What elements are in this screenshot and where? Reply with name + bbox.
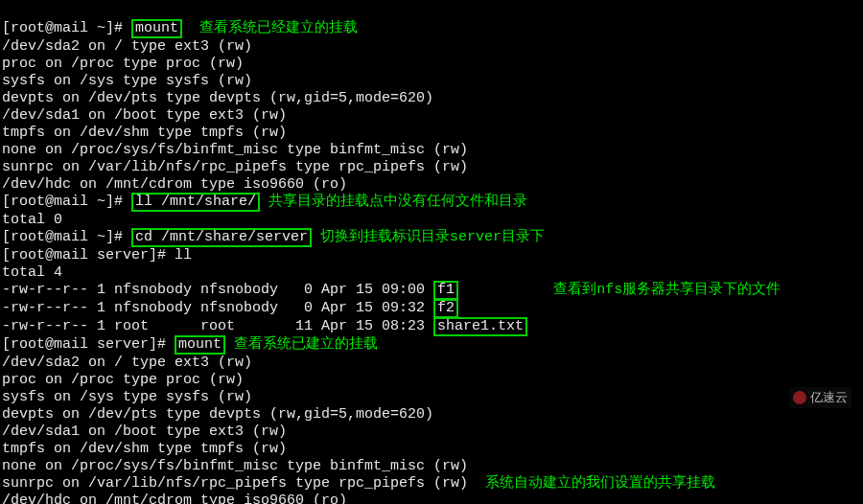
note-cd-server: 切换到挂载标识目录server目录下: [320, 229, 545, 245]
note-mount2: 查看系统已建立的挂载: [234, 336, 378, 353]
mount-line: devpts on /dev/pts type devpts (rw,gid=5…: [2, 406, 433, 423]
mount-line: none on /proc/sys/fs/binfmt_misc type bi…: [2, 458, 468, 474]
cmd-mount2: mount: [175, 335, 225, 355]
mount-line: sunrpc on /var/lib/nfs/rpc_pipefs type r…: [2, 475, 468, 492]
total-line: total 0: [2, 212, 62, 228]
ls-row: -rw-r--r-- 1 nfsnobody nfsnobody 0 Apr 1…: [2, 282, 433, 298]
mount-line: proc on /proc type proc (rw): [2, 372, 244, 388]
cmd-mount: mount: [131, 19, 182, 38]
mount-line: sunrpc on /var/lib/nfs/rpc_pipefs type r…: [2, 159, 468, 175]
mount-line: /dev/hdc on /mnt/cdrom type iso9660 (ro): [2, 493, 347, 504]
prompt: [root@mail ~]#: [2, 20, 131, 36]
mount-line: /dev/sda2 on / type ext3 (rw): [2, 38, 252, 55]
total-line: total 4: [2, 264, 62, 281]
prompt: [root@mail server]#: [2, 247, 175, 263]
ls-row: -rw-r--r-- 1 root root 11 Apr 15 08:23: [2, 318, 433, 334]
cmd-cd-server: cd /mnt/share/server: [131, 228, 312, 247]
mount-line: tmpfs on /dev/shm type tmpfs (rw): [2, 441, 287, 457]
watermark-icon: [793, 391, 806, 404]
mount-line: /dev/sda1 on /boot type ext3 (rw): [2, 107, 287, 124]
mount-line: tmpfs on /dev/shm type tmpfs (rw): [2, 125, 287, 141]
cmd-ll: ll: [175, 247, 192, 263]
note-ll-share: 共享目录的挂载点中没有任何文件和目录: [268, 194, 527, 210]
note-mount: 查看系统已经建立的挂载: [199, 20, 358, 36]
prompt: [root@mail server]#: [2, 336, 175, 353]
mount-line: /dev/hdc on /mnt/cdrom type iso9660 (ro): [2, 176, 347, 193]
mount-line: none on /proc/sys/fs/binfmt_misc type bi…: [2, 142, 468, 158]
file-f2: f2: [433, 299, 458, 318]
ls-row: -rw-r--r-- 1 nfsnobody nfsnobody 0 Apr 1…: [2, 300, 433, 316]
file-f1: f1: [433, 281, 458, 300]
terminal-output: [root@mail ~]# mount 查看系统已经建立的挂载 /dev/sd…: [0, 0, 863, 504]
note-auto-mount: 系统自动建立的我们设置的共享挂载: [485, 475, 715, 492]
note-nfs-files: 查看到nfs服务器共享目录下的文件: [553, 282, 781, 298]
mount-line: /dev/sda2 on / type ext3 (rw): [2, 355, 252, 371]
mount-line: sysfs on /sys type sysfs (rw): [2, 389, 252, 405]
watermark-text: 亿速云: [810, 389, 848, 406]
mount-line: sysfs on /sys type sysfs (rw): [2, 73, 252, 89]
mount-line: devpts on /dev/pts type devpts (rw,gid=5…: [2, 90, 433, 106]
mount-line: /dev/sda1 on /boot type ext3 (rw): [2, 424, 287, 440]
prompt: [root@mail ~]#: [2, 194, 131, 210]
cmd-ll-share: ll /mnt/share/: [131, 193, 260, 212]
prompt: [root@mail ~]#: [2, 229, 131, 245]
watermark: 亿速云: [789, 387, 851, 408]
file-share1: share1.txt: [433, 317, 527, 336]
mount-line: proc on /proc type proc (rw): [2, 56, 244, 72]
